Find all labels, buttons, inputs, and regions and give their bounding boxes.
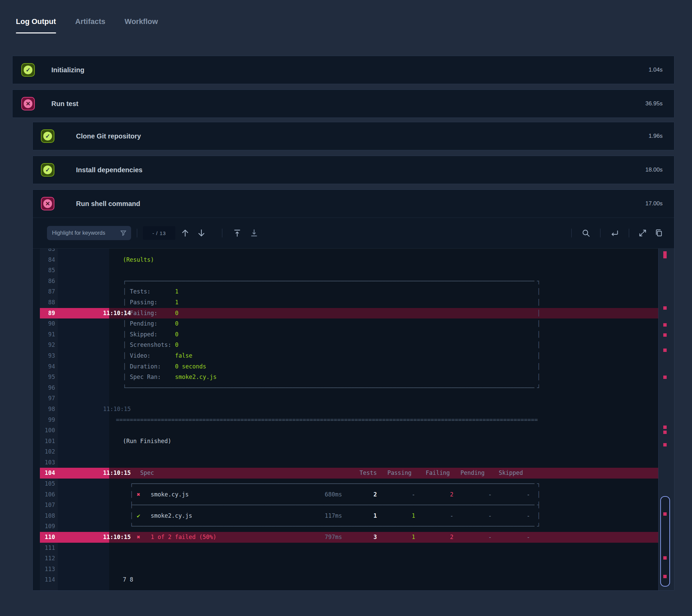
minimap-scrollbar[interactable] <box>658 248 674 590</box>
log-lines: 8384(Results)8586┌──────────────────────… <box>40 248 674 585</box>
log-text-segment: - <box>488 489 492 500</box>
log-text-segment: 0 <box>175 329 178 340</box>
line-number: 109 <box>40 521 55 532</box>
log-line-101[interactable]: 101(Run Finished) <box>40 436 674 447</box>
log-line-102[interactable]: 102 <box>40 446 674 457</box>
expand-fullscreen-button[interactable] <box>637 227 648 239</box>
log-text-segment: Passing <box>387 468 412 479</box>
log-text-segment: 0 <box>175 318 178 329</box>
previous-match-button[interactable] <box>179 227 191 239</box>
search-log-button[interactable] <box>580 227 592 239</box>
minimap-match-marker <box>663 349 667 352</box>
minimap-match-marker <box>663 443 667 446</box>
copy-log-button[interactable] <box>653 227 665 239</box>
log-text-segment: ┌ <box>130 479 133 489</box>
tab-log-output[interactable]: Log Output <box>16 17 56 26</box>
log-line-89[interactable]: 8911:10:14│Failing:0│ <box>40 308 674 319</box>
log-line-98[interactable]: 9811:10:15 <box>40 404 674 415</box>
scroll-to-top-button[interactable] <box>232 227 243 239</box>
line-timestamp: 11:10:15 <box>58 532 131 543</box>
log-text-segment: (Run Finished) <box>123 436 171 447</box>
tab-workflow[interactable]: Workflow <box>125 17 158 26</box>
log-line-88[interactable]: 88│Passing:1│ <box>40 297 674 308</box>
log-line-87[interactable]: 87│Tests:1│ <box>40 286 674 297</box>
line-number: 96 <box>40 383 55 393</box>
log-line-105[interactable]: 105┌────────────────────────────────────… <box>40 479 674 489</box>
log-text-segment: Skipped <box>499 468 523 479</box>
log-text-segment: false <box>175 351 192 361</box>
log-line-84[interactable]: 84(Results) <box>40 255 674 265</box>
tab-artifacts[interactable]: Artifacts <box>75 17 105 26</box>
log-line-85[interactable]: 85 <box>40 265 674 276</box>
line-number: 105 <box>40 479 55 489</box>
step-header-run-test[interactable]: Run test 36.95s <box>13 90 674 117</box>
log-line-109[interactable]: 109└────────────────────────────────────… <box>40 521 674 532</box>
step-header-install-deps[interactable]: Install dependencies 18.00s <box>33 156 674 184</box>
log-line-111[interactable]: 111 <box>40 543 674 553</box>
log-text-segment: 7 8 <box>123 574 133 585</box>
log-line-90[interactable]: 90│Pending:0│ <box>40 318 674 329</box>
log-text-segment: │ <box>537 297 540 308</box>
line-number: 97 <box>40 393 55 404</box>
log-text-segment: 3 <box>373 532 377 543</box>
log-text-segment: ┤ <box>537 500 540 511</box>
step-header-initializing[interactable]: Initializing 1.04s <box>13 56 674 84</box>
log-line-92[interactable]: 92│Screenshots:0│ <box>40 340 674 351</box>
log-text-segment: Tests: <box>130 286 150 297</box>
scroll-to-bottom-button[interactable] <box>248 227 260 239</box>
log-line-83[interactable]: 83 <box>40 248 674 255</box>
log-line-113[interactable]: 113 <box>40 564 674 575</box>
step-header-clone-git[interactable]: Clone Git repository 1.96s <box>33 122 674 150</box>
line-number: 112 <box>40 553 55 564</box>
log-text-segment: 1 of 2 failed (50%) <box>151 532 216 543</box>
line-number: 87 <box>40 286 55 297</box>
log-line-110[interactable]: 11011:10:15✖1 of 2 failed (50%)797ms312-… <box>40 532 674 543</box>
log-line-106[interactable]: 106│✖smoke.cy.js680ms2-2--│ <box>40 489 674 500</box>
log-text-segment: │ <box>537 511 540 522</box>
log-output-area[interactable]: 8384(Results)8586┌──────────────────────… <box>40 248 674 590</box>
line-content: │Screenshots:0│ <box>109 340 658 351</box>
log-text-segment: ✖ <box>137 532 140 543</box>
log-line-99[interactable]: 99======================================… <box>40 415 674 425</box>
toolbar-divider <box>137 229 137 237</box>
minimap-viewport-handle[interactable] <box>660 496 670 587</box>
log-line-108[interactable]: 108│✔smoke2.cy.js117ms11---│ <box>40 511 674 522</box>
log-text-segment: │ <box>123 329 126 340</box>
step-header-run-shell[interactable]: Run shell command 17.00s <box>33 190 674 218</box>
step-panel-install-deps: Install dependencies 18.00s <box>33 156 674 184</box>
log-line-114[interactable]: 1147 8 <box>40 574 674 585</box>
log-line-96[interactable]: 96└─────────────────────────────────────… <box>40 383 674 393</box>
log-text-segment: │ <box>130 511 133 522</box>
step-panel-clone-git: Clone Git repository 1.96s <box>33 122 674 150</box>
log-line-93[interactable]: 93│Video:false│ <box>40 351 674 361</box>
minimap-match-marker <box>663 425 667 429</box>
log-line-94[interactable]: 94│Duration:0 seconds│ <box>40 361 674 372</box>
log-line-112[interactable]: 112 <box>40 553 674 564</box>
line-number: 110 <box>40 532 55 543</box>
line-number: 95 <box>40 372 55 383</box>
log-line-97[interactable]: 97 <box>40 393 674 404</box>
log-text-segment: Pending: <box>130 318 157 329</box>
log-line-103[interactable]: 103 <box>40 457 674 468</box>
status-failed-icon <box>41 197 55 211</box>
highlight-keywords-input[interactable]: Highlight for keywords <box>47 226 131 240</box>
log-text-segment: │ <box>123 372 126 383</box>
log-line-104[interactable]: 10411:10:15SpecTestsPassingFailingPendin… <box>40 468 674 479</box>
line-content: ✖1 of 2 failed (50%)797ms312-- <box>109 532 658 543</box>
line-content: (Results) <box>109 255 658 265</box>
filter-funnel-icon <box>120 229 127 237</box>
next-match-button[interactable] <box>196 227 207 239</box>
align-top-icon <box>233 229 242 237</box>
line-content: │Duration:0 seconds│ <box>109 361 658 372</box>
line-number: 113 <box>40 564 55 575</box>
log-text-segment: ────────────────────────────────────────… <box>133 479 535 489</box>
log-line-100[interactable]: 100 <box>40 425 674 436</box>
line-content <box>109 564 658 575</box>
log-text-segment: ┐ <box>537 276 540 287</box>
log-line-95[interactable]: 95│Spec Ran:smoke2.cy.js│ <box>40 372 674 383</box>
wrap-lines-button[interactable] <box>609 227 620 239</box>
log-line-86[interactable]: 86┌─────────────────────────────────────… <box>40 276 674 287</box>
status-failed-icon <box>21 97 35 110</box>
log-line-107[interactable]: 107├────────────────────────────────────… <box>40 500 674 511</box>
log-line-91[interactable]: 91│Skipped:0│ <box>40 329 674 340</box>
